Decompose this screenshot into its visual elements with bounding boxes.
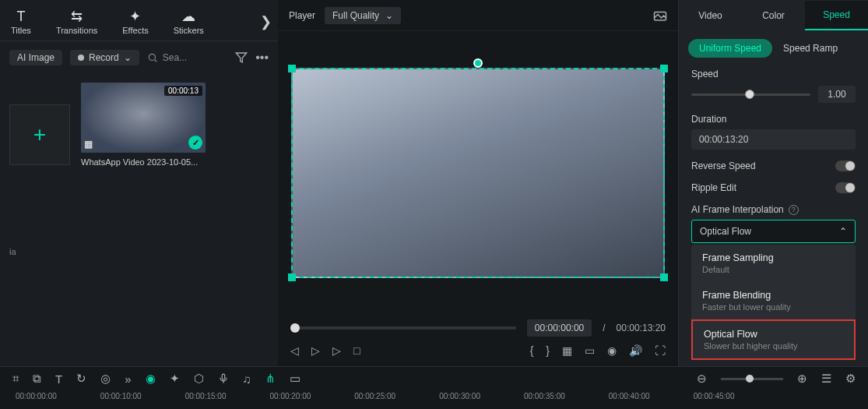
settings-icon[interactable]: ⚙ <box>845 372 856 386</box>
zoom-in-icon[interactable]: ⊕ <box>797 372 807 386</box>
record-button[interactable]: Record⌄ <box>70 50 139 65</box>
media-tabs: T Titles ⇆ Transitions ✦ Effects ☁ Stick… <box>0 0 278 41</box>
resize-handle[interactable] <box>660 273 668 281</box>
camera-icon[interactable]: ◉ <box>607 344 617 357</box>
timecode: 00:00:10:00 <box>100 392 142 400</box>
tab-color[interactable]: Color <box>742 2 805 30</box>
more-icon[interactable]: ••• <box>255 51 269 65</box>
rotate-icon[interactable]: ↻ <box>76 372 86 386</box>
resize-handle[interactable] <box>660 65 668 72</box>
interp-option-blending[interactable]: Frame Blending Faster but lower quality <box>691 282 856 319</box>
timecode: 00:00:30:00 <box>439 392 480 400</box>
reverse-toggle[interactable] <box>835 160 856 171</box>
music-icon[interactable]: ♫ <box>243 372 251 386</box>
grid-icon[interactable]: ▦ <box>562 344 572 357</box>
scrub-bar[interactable] <box>290 326 516 330</box>
ripple-toggle[interactable] <box>835 182 856 193</box>
effects-icon: ✦ <box>129 9 141 24</box>
duration-label: Duration <box>691 114 856 125</box>
subtab-uniform[interactable]: Uniform Speed <box>688 39 772 58</box>
interpolation-label: AI Frame Interpolation <box>691 204 784 215</box>
sparkle-icon[interactable]: ✦ <box>170 372 180 386</box>
zoom-slider[interactable] <box>721 378 783 380</box>
scrub-thumb[interactable] <box>290 323 300 333</box>
svg-line-1 <box>154 59 156 62</box>
speed-value[interactable]: 1.00 <box>818 86 856 103</box>
total-time: 00:00:13:20 <box>617 323 666 333</box>
play-icon[interactable]: ▷ <box>311 344 320 357</box>
help-icon[interactable]: ? <box>789 205 799 215</box>
ai-tool-icon[interactable]: ◉ <box>146 372 156 386</box>
text-icon[interactable]: T <box>55 372 62 386</box>
ai-image-button[interactable]: AI Image <box>9 50 62 65</box>
slider-thumb[interactable] <box>745 90 754 99</box>
zoom-out-icon[interactable]: ⊖ <box>697 372 707 386</box>
media-type-icon: ▦ <box>84 139 93 150</box>
resize-handle[interactable] <box>288 273 296 281</box>
chevron-down-icon: ⌄ <box>385 10 393 21</box>
interp-option-optical-flow[interactable]: Optical Flow Slower but higher quality <box>691 319 856 360</box>
mark-in-icon[interactable]: { <box>530 344 534 357</box>
tab-label: Transitions <box>56 26 97 35</box>
chevron-down-icon: ⌄ <box>124 52 132 63</box>
duration-value[interactable]: 00:00:13:20 <box>691 129 856 150</box>
playhead-marker-icon[interactable] <box>473 58 483 68</box>
preview-viewport[interactable] <box>291 68 665 278</box>
speed-label: Speed <box>691 69 856 79</box>
crop-icon[interactable]: ⌗ <box>12 372 19 386</box>
tab-label: Effects <box>122 26 148 35</box>
tab-titles[interactable]: T Titles <box>6 5 36 38</box>
mark-out-icon[interactable]: } <box>546 344 550 357</box>
next-frame-icon[interactable]: ▷ <box>332 344 341 357</box>
prev-frame-icon[interactable]: ◁ <box>290 344 299 357</box>
filter-icon[interactable] <box>235 51 248 64</box>
split-icon[interactable]: ⧉ <box>33 372 41 386</box>
tab-video[interactable]: Video <box>679 2 742 30</box>
add-media-button[interactable]: + <box>9 104 70 165</box>
clip-thumbnail: 00:00:13 ▦ ✓ <box>81 83 206 153</box>
reverse-label: Reverse Speed <box>691 160 756 171</box>
tab-speed[interactable]: Speed <box>805 1 868 30</box>
search-icon <box>147 52 158 63</box>
more-tools-icon[interactable]: » <box>125 372 131 386</box>
tab-label: Stickers <box>174 26 204 35</box>
tab-transitions[interactable]: ⇆ Transitions <box>51 5 102 38</box>
stop-icon[interactable]: □ <box>353 344 360 357</box>
fullscreen-icon[interactable]: ⛶ <box>655 344 666 357</box>
media-clip[interactable]: 00:00:13 ▦ ✓ WhatsApp Video 2023-10-05..… <box>81 83 209 357</box>
snapshot-icon[interactable] <box>653 10 667 21</box>
svg-rect-4 <box>222 374 225 379</box>
speed-slider[interactable] <box>691 93 810 96</box>
timeline-ruler[interactable]: 00:00:00:00 00:00:10:00 00:00:15:00 00:0… <box>0 390 868 402</box>
tab-label: Titles <box>11 26 31 35</box>
time-sep: / <box>603 323 605 333</box>
frame-icon[interactable]: ▭ <box>290 372 300 386</box>
timecode: 00:00:20:00 <box>269 392 311 400</box>
check-icon: ✓ <box>188 136 202 150</box>
current-time[interactable]: 00:00:00:00 <box>527 319 592 337</box>
media-toolbar: AI Image Record⌄ Sea... ••• <box>0 41 278 73</box>
chevron-up-icon: ⌃ <box>839 226 847 237</box>
list-icon[interactable]: ☰ <box>821 372 831 386</box>
ripple-label: Ripple Edit <box>691 182 736 193</box>
subtab-ramp[interactable]: Speed Ramp <box>783 43 838 54</box>
interpolation-dropdown[interactable]: Optical Flow ⌃ <box>691 220 856 243</box>
timecode: 00:00:35:00 <box>524 392 565 400</box>
quality-dropdown[interactable]: Full Quality⌄ <box>325 7 401 24</box>
mic-icon[interactable] <box>218 372 229 385</box>
interpolation-menu: Frame Sampling Default Frame Blending Fa… <box>691 245 856 360</box>
tab-effects[interactable]: ✦ Effects <box>118 5 153 38</box>
zoom-thumb[interactable] <box>746 375 754 383</box>
display-icon[interactable]: ▭ <box>585 344 595 357</box>
interp-option-sampling[interactable]: Frame Sampling Default <box>691 245 856 282</box>
svg-point-0 <box>149 54 155 60</box>
resize-handle[interactable] <box>288 65 296 72</box>
search-input[interactable]: Sea... <box>147 52 187 63</box>
mask-icon[interactable]: ◎ <box>100 372 111 386</box>
timecode: 00:00:45:00 <box>694 392 735 400</box>
shield-icon[interactable]: ⬡ <box>194 372 204 386</box>
magnet-icon[interactable]: ⋔ <box>265 372 276 386</box>
tab-stickers[interactable]: ☁ Stickers <box>169 5 209 38</box>
more-tabs-icon[interactable]: ❯ <box>260 13 272 30</box>
volume-icon[interactable]: 🔊 <box>629 344 642 357</box>
